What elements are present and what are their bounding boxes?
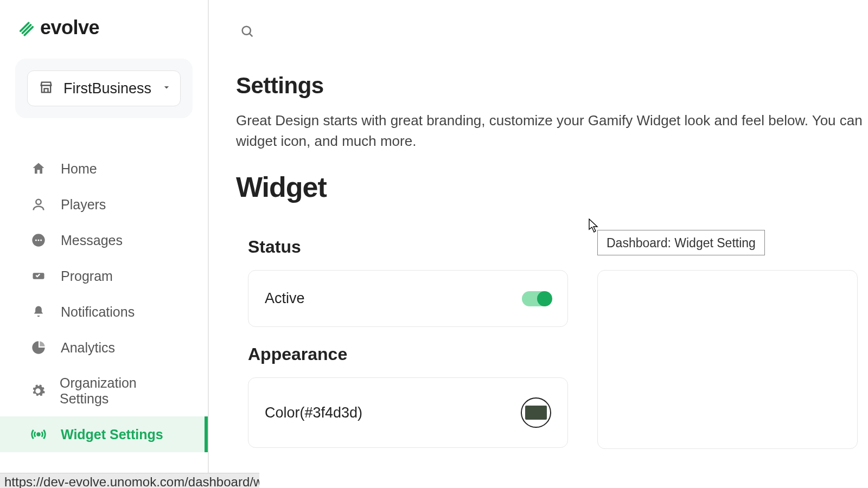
page-title: Settings <box>236 73 868 99</box>
main-content: Settings Great Design starts with great … <box>209 0 868 488</box>
svg-point-7 <box>242 26 251 34</box>
nav-notifications[interactable]: Notifications <box>0 294 208 330</box>
tooltip: Dashboard: Widget Setting <box>597 230 765 255</box>
brand-logo: evolve <box>0 0 208 53</box>
nav-label: Widget Settings <box>61 427 163 442</box>
status-label: Active <box>265 290 305 307</box>
left-column: Status Active Appearance Color(#3f4d3d) <box>248 237 568 449</box>
status-card: Active <box>248 270 568 327</box>
broadcast-icon <box>30 426 47 442</box>
code-card <box>597 270 858 449</box>
toggle-knob <box>537 291 552 306</box>
widget-settings-row: Status Active Appearance Color(#3f4d3d) … <box>236 237 868 449</box>
svg-point-2 <box>35 239 37 241</box>
color-swatch <box>525 406 547 420</box>
nav-home[interactable]: Home <box>0 151 208 187</box>
search-icon <box>240 24 255 41</box>
settings-content: Settings Great Design starts with great … <box>209 40 868 449</box>
org-selector[interactable]: FirstBusiness <box>27 70 181 106</box>
chat-icon <box>30 232 47 248</box>
nav-messages[interactable]: Messages <box>0 222 208 258</box>
brand-name: evolve <box>40 16 99 39</box>
nav-label: Players <box>61 197 106 213</box>
statusbar-url: https://dev-evolve.unomok.com/dashboard/… <box>4 474 259 488</box>
svg-point-4 <box>40 239 42 241</box>
section-heading: Widget <box>236 171 868 203</box>
nav-label: Messages <box>61 233 123 248</box>
sidebar-nav: Home Players Messages Program Notificati… <box>0 151 208 452</box>
gear-icon <box>30 383 46 399</box>
svg-point-3 <box>37 239 39 241</box>
nav-program[interactable]: Program <box>0 258 208 294</box>
status-heading: Status <box>248 237 568 257</box>
tooltip-text: Dashboard: Widget Setting <box>607 236 756 250</box>
nav-label: Organization Settings <box>60 375 177 407</box>
right-column: Code <box>597 237 858 449</box>
search-button[interactable] <box>239 24 256 40</box>
nav-label: Analytics <box>61 340 115 356</box>
browser-statusbar: https://dev-evolve.unomok.com/dashboard/… <box>0 473 259 488</box>
store-icon <box>39 80 54 97</box>
home-icon <box>30 160 47 177</box>
appearance-card: Color(#3f4d3d) <box>248 377 568 448</box>
chevron-down-icon <box>161 82 172 95</box>
nav-label: Notifications <box>61 304 135 320</box>
nav-players[interactable]: Players <box>0 187 208 222</box>
ticket-icon <box>30 268 47 284</box>
appearance-color-label: Color(#3f4d3d) <box>265 404 362 421</box>
svg-point-0 <box>36 200 41 204</box>
user-icon <box>30 196 47 213</box>
svg-point-6 <box>37 433 40 436</box>
sidebar: evolve FirstBusiness Home Playe <box>0 0 209 488</box>
org-selector-container: FirstBusiness <box>15 59 193 118</box>
nav-widget-settings[interactable]: Widget Settings <box>0 416 208 452</box>
pie-chart-icon <box>30 339 47 356</box>
nav-label: Program <box>61 268 113 284</box>
nav-analytics[interactable]: Analytics <box>0 330 208 365</box>
nav-label: Home <box>61 161 97 177</box>
color-swatch-button[interactable] <box>521 397 551 428</box>
page-description: Great Design starts with great branding,… <box>236 111 868 151</box>
bell-icon <box>30 304 47 320</box>
org-name: FirstBusiness <box>63 80 151 97</box>
nav-organization-settings[interactable]: Organization Settings <box>0 365 208 416</box>
evolve-logo-icon <box>18 20 35 36</box>
appearance-heading: Appearance <box>248 344 568 364</box>
top-bar <box>209 0 868 40</box>
status-toggle[interactable] <box>522 291 551 306</box>
